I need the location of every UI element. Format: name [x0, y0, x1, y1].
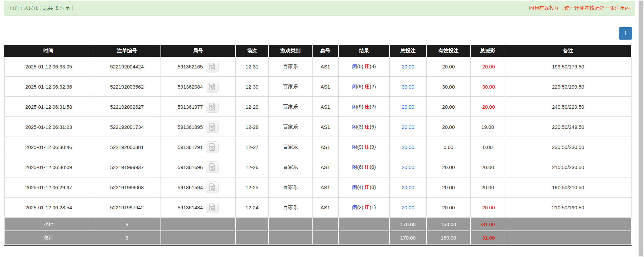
- banker-label: 庄: [365, 124, 370, 130]
- table-row: 2025-01-12 06:30:09 522191999937 5913616…: [4, 157, 632, 177]
- cell-valid-bet: 20.00: [427, 117, 471, 137]
- col-round-no: 局号: [161, 45, 236, 57]
- player-score: (9): [357, 104, 363, 109]
- player-score: (9): [357, 84, 363, 89]
- cell-session: 12-24: [236, 198, 269, 218]
- summary-remark: [505, 231, 632, 245]
- round-number: 591361791: [178, 144, 203, 150]
- banker-label: 庄: [365, 63, 370, 69]
- video-replay-button[interactable]: [206, 182, 219, 193]
- video-replay-button[interactable]: [206, 161, 219, 173]
- cell-time: 2025-01-12 06:28:54: [4, 198, 93, 218]
- cell-remark: 210.50/190.50: [505, 198, 632, 218]
- cell-payout: 20.00: [471, 157, 505, 177]
- cell-payout: -20.00: [471, 57, 505, 77]
- cell-result: 闲(3) 庄(5): [339, 117, 390, 137]
- video-file-icon: [208, 83, 216, 91]
- cell-round-no: 591362084: [161, 77, 236, 97]
- player-label: 闲: [352, 84, 357, 89]
- cell-game-type: 百家乐: [269, 57, 313, 77]
- round-number: 591362165: [178, 64, 203, 69]
- banker-label: 庄: [365, 104, 370, 109]
- cell-total-bet: 20.00: [390, 157, 427, 177]
- cell-result: 闲(9) 庄(2): [339, 77, 390, 97]
- video-replay-button[interactable]: [206, 121, 219, 133]
- banker-score: (2): [370, 84, 376, 89]
- summary-count: 8: [93, 231, 161, 245]
- player-score: (0): [357, 63, 363, 69]
- cell-bet-no: 522192002627: [93, 97, 161, 117]
- cell-remark: 230.50/230.50: [505, 137, 632, 157]
- col-game-type: 游戏类别: [269, 45, 313, 57]
- cell-round-no: 591361895: [161, 117, 236, 137]
- col-total-bet: 总投注: [390, 45, 427, 57]
- summary-row: 小计 8 170.00 150.00 -31.00: [4, 218, 632, 231]
- player-label: 闲: [352, 104, 357, 109]
- cell-result: 闲(9) 庄(2): [339, 97, 390, 117]
- banker-score: (8): [370, 63, 376, 69]
- cell-bet-no: 522192001734: [93, 117, 161, 137]
- cell-remark: 229.50/199.50: [505, 77, 632, 97]
- col-table-no: 桌号: [313, 45, 339, 57]
- summary-total-bet: 170.00: [390, 218, 427, 231]
- cell-game-type: 百家乐: [269, 117, 313, 137]
- banker-label: 庄: [365, 164, 370, 170]
- banker-label: 庄: [365, 84, 370, 89]
- banker-label: 庄: [365, 184, 370, 190]
- cell-game-type: 百家乐: [269, 137, 313, 157]
- round-number: 591361696: [178, 164, 203, 170]
- player-score: (4): [357, 184, 363, 190]
- cell-remark: 210.50/230.50: [505, 157, 632, 177]
- table-header-row: 时间 注单编号 局号 场次 游戏类别 桌号 结果 总投注 有效投注 总派彩 备注: [4, 45, 632, 57]
- cell-payout: -20.00: [471, 97, 505, 117]
- video-replay-button[interactable]: [206, 141, 219, 153]
- cell-game-type: 百家乐: [269, 177, 313, 198]
- banker-score: (0): [370, 164, 376, 170]
- banker-score: (2): [370, 104, 376, 109]
- player-score: (2): [357, 204, 363, 210]
- cell-payout: -30.00: [471, 77, 505, 97]
- player-label: 闲: [352, 184, 357, 190]
- cell-remark: 230.50/249.50: [505, 117, 632, 137]
- pagination-page-1-button[interactable]: 1: [619, 27, 632, 40]
- cell-bet-no: 522192003562: [93, 77, 161, 97]
- summary-label: 总计: [4, 231, 93, 245]
- cell-valid-bet: 20.00: [427, 57, 471, 77]
- summary-remark: [505, 218, 632, 231]
- cell-session: 12-28: [236, 117, 269, 137]
- banker-label: 庄: [365, 204, 370, 210]
- cell-time: 2025-01-12 06:31:23: [4, 117, 93, 137]
- cell-bet-no: 522192004424: [93, 57, 161, 77]
- cell-total-bet: 20.00: [390, 97, 427, 117]
- cell-session: 12-27: [236, 137, 269, 157]
- video-file-icon: [208, 203, 216, 211]
- video-replay-button[interactable]: [206, 81, 219, 93]
- cell-remark: 199.50/179.50: [505, 57, 632, 77]
- summary-payout: -31.00: [471, 218, 505, 231]
- video-replay-button[interactable]: [206, 202, 219, 213]
- vertical-scrollbar: [638, 0, 644, 257]
- col-payout: 总派彩: [471, 45, 505, 57]
- video-replay-button[interactable]: [206, 61, 219, 72]
- col-result: 结果: [339, 45, 390, 57]
- summary-payout: -31.00: [471, 231, 505, 245]
- cell-time: 2025-01-12 06:32:36: [4, 77, 93, 97]
- summary-valid-bet: 150.00: [427, 218, 471, 231]
- table-row: 2025-01-12 06:31:23 522192001734 5913618…: [4, 117, 632, 137]
- cell-table-no: AS1: [313, 77, 339, 97]
- banker-score: (0): [370, 184, 376, 190]
- summary-row: 总计 8 170.00 150.00 -31.00: [4, 231, 632, 245]
- cell-round-no: 591361977: [161, 97, 236, 117]
- currency-total-text: 币别 : 人民币 | 总共 :8 注单 |: [9, 5, 73, 11]
- video-replay-button[interactable]: [206, 101, 219, 113]
- col-session: 场次: [236, 45, 269, 57]
- cell-bet-no: 522191997942: [93, 198, 161, 218]
- col-bet-no: 注单编号: [93, 45, 161, 57]
- player-label: 闲: [352, 164, 357, 170]
- cell-payout: 20.00: [471, 177, 505, 198]
- cell-result: 闲(4) 庄(0): [339, 177, 390, 198]
- scrollbar-thumb[interactable]: [639, 1, 643, 256]
- cell-session: 12-31: [236, 57, 269, 77]
- cell-time: 2025-01-12 06:31:58: [4, 97, 93, 117]
- cell-table-no: AS1: [313, 97, 339, 117]
